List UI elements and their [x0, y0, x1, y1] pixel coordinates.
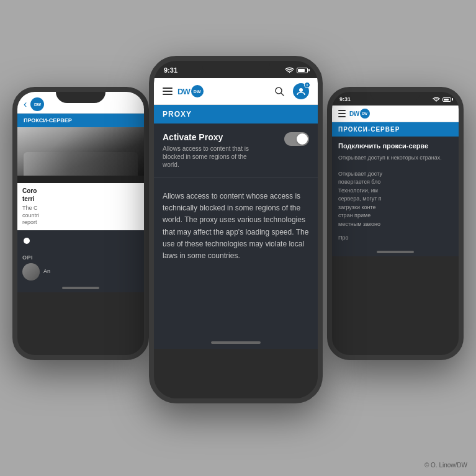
opinion-section: OPI An [17, 251, 144, 284]
car-image [17, 127, 144, 183]
empty-area [154, 274, 318, 336]
right-content: Подключить прокси-серве Открывает доступ… [332, 137, 459, 248]
toggle-sublabel: Allows access to content that is blocked… [163, 145, 262, 169]
phone-center: 9:31 [149, 56, 323, 403]
search-button[interactable] [272, 84, 287, 99]
search-icon [274, 86, 284, 96]
toggle-switch[interactable] [284, 132, 309, 146]
menu-button-right[interactable] [338, 110, 346, 117]
right-body: Открывает досту повергается бло Технолог… [338, 170, 452, 229]
dot-row [17, 230, 144, 251]
dw-logo-center: DW DW [177, 85, 204, 97]
svg-point-2 [299, 88, 303, 92]
news-subtitle: The Ccountrireport [22, 205, 139, 227]
toggle-row: Activate Proxy Allows access to content … [154, 123, 318, 178]
battery-icon [297, 68, 308, 73]
section-header-center: PROXY [154, 105, 318, 123]
battery-icon-right [442, 97, 451, 102]
dw-logo-left: DW [30, 97, 44, 111]
opinion-text: An [43, 268, 50, 276]
section-header-right: ПРОКСИ-СЕРВЕР [332, 122, 459, 137]
home-bar [211, 341, 261, 344]
home-indicator-left [17, 284, 144, 292]
toggle-labels: Activate Proxy Allows access to content … [163, 132, 262, 169]
menu-button[interactable] [163, 88, 173, 95]
credit-text: © O. Linow/DW [424, 462, 467, 469]
right-title: Подключить прокси-серве [338, 141, 452, 150]
nav-left: DW DW [163, 85, 204, 97]
nav-bar-center: DW DW [154, 78, 318, 105]
home-bar-right [377, 251, 414, 253]
home-indicator-center [154, 336, 318, 349]
home-indicator-right [332, 248, 459, 256]
status-time: 9:31 [164, 66, 177, 74]
back-button[interactable]: ‹ [24, 99, 27, 110]
status-icons-right [433, 97, 451, 102]
right-spacer [338, 163, 452, 170]
nav-bar-right: DW DW [332, 106, 459, 122]
status-icons [285, 67, 308, 74]
right-subtitle1: Открывает доступ к некоторых странах. [338, 154, 452, 163]
opinion-row: An [22, 263, 139, 281]
svg-line-1 [281, 93, 284, 96]
opinion-label: OPI [22, 254, 139, 261]
opinion-avatar [22, 263, 40, 281]
phone-left: ‹ DW ПРОКСИ-СЕРВЕР Coro t [12, 87, 149, 360]
dw-circle-right: DW [360, 109, 370, 119]
section-header-left: ПРОКСИ-СЕРВЕР [17, 114, 144, 127]
avatar-button[interactable]: 0 [293, 83, 309, 99]
wifi-icon [285, 67, 294, 74]
notch-center [202, 61, 270, 74]
news-title: Coro terri [22, 187, 139, 203]
notch-right [370, 92, 420, 103]
nav-right: 0 [272, 83, 309, 99]
dw-circle: DW [191, 85, 204, 97]
news-text-left: Coro terri The Ccountrireport [17, 183, 144, 230]
status-time-right: 9:31 [339, 96, 351, 102]
scene: ‹ DW ПРОКСИ-СЕРВЕР Coro t [0, 0, 476, 476]
left-content: Coro terri The Ccountrireport [17, 127, 144, 230]
description-text: Allows access to content whose access is… [154, 178, 318, 274]
person-icon [297, 87, 305, 96]
right-body2: Про [338, 231, 452, 243]
wifi-icon-right [433, 97, 440, 102]
nav-left-right: DW DW [338, 109, 370, 119]
phone-right: 9:31 [327, 87, 464, 360]
dw-logo-right: DW DW [349, 109, 370, 119]
notch-left [56, 92, 106, 103]
toggle-label: Activate Proxy [163, 132, 262, 142]
avatar-badge: 0 [304, 82, 310, 88]
